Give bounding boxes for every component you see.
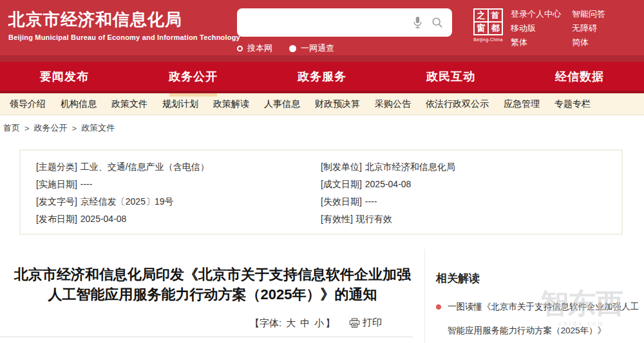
related-reading-heading: 相关解读 [436, 271, 639, 286]
meta-expiry-date: [失效日期]---- [321, 193, 621, 210]
font-size-controls: 【字体: 大 中 小 】 [250, 317, 335, 329]
meta-validity: [有效性]现行有效 [321, 210, 621, 228]
font-size-small-button[interactable]: 小 [314, 317, 324, 329]
meta-column-right: [制发单位]北京市经济和信息化局 [成文日期]2025-04-08 [失效日期]… [316, 151, 621, 234]
sub-nav: 领导介绍 机构信息 政策文件 规划计划 政策解读 人事信息 财政预决算 采购公告… [0, 93, 644, 115]
simplified-chinese-link[interactable]: 简体 [572, 37, 605, 47]
breadcrumb-separator: > [72, 124, 77, 133]
meta-implementation-date: [实施日期]---- [36, 176, 316, 193]
logo-char: 之 [475, 10, 488, 21]
subnav-personnel[interactable]: 人事信息 [264, 98, 300, 110]
scope-one-net-search[interactable]: 一网通查 [289, 42, 334, 54]
site-title: 北京市经济和信息化局 [8, 8, 240, 30]
header-links-column-2: 智能问答 无障碍 简体 [572, 9, 605, 47]
subnav-policy-documents[interactable]: 政策文件 [111, 98, 147, 110]
breadcrumb-government-affairs[interactable]: 政务公开 [34, 122, 68, 134]
related-reading-link-text: 一图读懂《北京市关于支持信息软件企业加强人工智能应用服务能力行动方案（2025年… [448, 302, 639, 335]
nav-item-data[interactable]: 经信数据 [515, 62, 644, 91]
print-button[interactable]: 打印 [349, 317, 382, 329]
breadcrumb: 首页 > 政务公开 > 政策文件 [3, 122, 115, 134]
meta-topic-category: [主题分类]工业、交通/信息产业（含电信） [36, 158, 316, 176]
logo-char: 窗 [475, 23, 488, 34]
meta-document-number: [发文字号]京经信发〔2025〕19号 [36, 193, 316, 210]
logo-caption: Beijing-China [472, 37, 504, 42]
scope-label: 搜本网 [247, 42, 272, 54]
meta-publish-date: [发布日期]2025-04-08 [36, 210, 316, 228]
print-label: 打印 [363, 317, 382, 329]
article-divider [0, 337, 413, 337]
traditional-chinese-link[interactable]: 繁体 [511, 37, 561, 47]
subnav-organization[interactable]: 机构信息 [61, 98, 97, 110]
login-personal-center-link[interactable]: 登录个人中心 [511, 9, 561, 19]
subnav-budget[interactable]: 财政预决算 [315, 98, 360, 110]
bullet-icon [436, 304, 441, 310]
scope-label: 一网通查 [301, 42, 334, 54]
smart-qa-link[interactable]: 智能问答 [572, 9, 605, 19]
breadcrumb-separator: > [24, 124, 30, 133]
mobile-version-link[interactable]: 移动版 [511, 23, 561, 33]
capital-window-seal-icon: 之 首 窗 都 [473, 8, 503, 35]
font-size-large-button[interactable]: 大 [286, 317, 296, 329]
meta-written-date: [成文日期]2025-04-08 [321, 176, 621, 193]
meta-issuing-unit: [制发单位]北京市经济和信息化局 [321, 158, 621, 176]
logo-char: 首 [489, 10, 502, 21]
nav-item-news[interactable]: 要闻发布 [0, 62, 129, 91]
nav-item-government-affairs[interactable]: 政务公开 [129, 62, 258, 91]
site-subtitle: Beijing Municipal Bureau of Economy and … [8, 33, 240, 41]
subnav-dual-disclosure[interactable]: 依法行政双公示 [426, 98, 489, 110]
subnav-planning[interactable]: 规划计划 [162, 98, 198, 110]
font-size-medium-button[interactable]: 中 [300, 317, 310, 329]
search-area: 搜本网 一网通查 [237, 8, 452, 54]
subnav-procurement[interactable]: 采购公告 [375, 98, 411, 110]
capital-window-logo[interactable]: 之 首 窗 都 Beijing-China [472, 8, 504, 42]
subnav-leadership[interactable]: 领导介绍 [10, 98, 46, 110]
search-input[interactable] [245, 17, 404, 28]
document-meta-box: [主题分类]工业、交通/信息产业（含电信） [实施日期]---- [发文字号]京… [19, 149, 623, 235]
nav-item-services[interactable]: 政务服务 [258, 62, 386, 91]
nav-item-interaction[interactable]: 政民互动 [386, 62, 515, 91]
logo-char: 都 [489, 23, 502, 34]
site-header: 北京市经济和信息化局 Beijing Municipal Bureau of E… [0, 0, 644, 62]
accessibility-link[interactable]: 无障碍 [572, 23, 605, 33]
sidebar-separator [424, 249, 425, 343]
scope-search-site[interactable]: 搜本网 [237, 42, 272, 54]
main-nav: 要闻发布 政务公开 政务服务 政民互动 经信数据 [0, 62, 644, 93]
font-controls-suffix: 】 [325, 317, 335, 329]
related-reading-panel: 相关解读 一图读懂《北京市关于支持信息软件企业加强人工智能应用服务能力行动方案（… [436, 271, 639, 342]
related-reading-link[interactable]: 一图读懂《北京市关于支持信息软件企业加强人工智能应用服务能力行动方案（2025年… [436, 295, 639, 342]
radio-ring-icon [237, 46, 243, 51]
radio-filled-icon [289, 45, 296, 52]
breadcrumb-policy-documents[interactable]: 政策文件 [81, 122, 115, 134]
search-icon[interactable] [431, 17, 443, 28]
font-controls-prefix: 【字体: [250, 317, 281, 329]
header-links-column-1: 登录个人中心 移动版 繁体 [511, 9, 561, 47]
site-brand: 北京市经济和信息化局 Beijing Municipal Bureau of E… [8, 8, 240, 41]
subnav-policy-interpretation[interactable]: 政策解读 [213, 98, 249, 110]
search-box[interactable] [237, 8, 452, 37]
search-scope-options: 搜本网 一网通查 [237, 42, 452, 54]
article-title: 北京市经济和信息化局印发《北京市关于支持信息软件企业加强人工智能应用服务能力行动… [13, 264, 412, 304]
breadcrumb-home[interactable]: 首页 [3, 122, 20, 134]
subnav-special-topics[interactable]: 专题专栏 [554, 98, 591, 110]
printer-icon [349, 318, 360, 328]
subnav-emergency[interactable]: 应急管理 [504, 98, 540, 110]
meta-column-left: [主题分类]工业、交通/信息产业（含电信） [实施日期]---- [发文字号]京… [21, 151, 316, 234]
microphone-icon[interactable] [413, 16, 422, 29]
